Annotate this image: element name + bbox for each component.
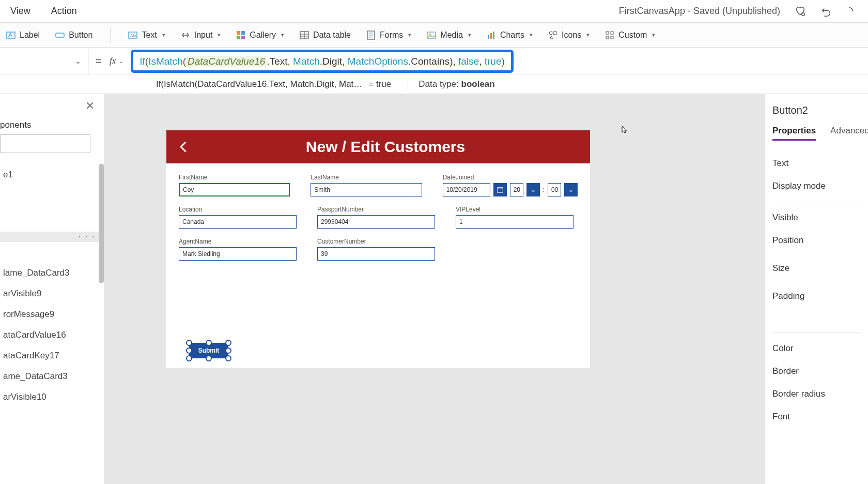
tree-item[interactable]: ataCardKey17 xyxy=(0,345,104,366)
prop-font[interactable]: Font xyxy=(772,405,861,428)
scrollbar-thumb[interactable] xyxy=(99,164,104,283)
tree-item[interactable]: lame_DataCard3 xyxy=(0,263,104,283)
prop-border[interactable]: Border xyxy=(772,360,861,383)
prop-color[interactable]: Color xyxy=(772,337,861,360)
undo-icon[interactable] xyxy=(820,6,832,17)
svg-rect-17 xyxy=(553,32,556,35)
svg-point-16 xyxy=(549,32,552,35)
prop-text[interactable]: Text xyxy=(772,152,861,175)
location-input[interactable] xyxy=(179,215,297,229)
prop-padding[interactable]: Padding xyxy=(772,285,861,308)
selection-handle[interactable] xyxy=(225,355,231,361)
menu-bar: View Action FirstCanvasApp - Saved (Unpu… xyxy=(0,0,868,23)
chevron-down-icon: ▾ xyxy=(218,32,221,38)
svg-rect-22 xyxy=(497,188,503,193)
chevron-down-icon[interactable]: ⌄ xyxy=(564,183,578,196)
ribbon-custom[interactable]: Custom▾ xyxy=(605,31,655,40)
tree-item[interactable]: ataCardValue16 xyxy=(0,325,104,345)
ribbon-text[interactable]: Abc Text▾ xyxy=(128,31,165,40)
prop-display-mode[interactable]: Display mode xyxy=(772,175,861,198)
hour-select[interactable]: 20 xyxy=(510,183,523,196)
minute-select[interactable]: 00 xyxy=(548,183,561,196)
calendar-icon[interactable] xyxy=(493,183,507,196)
tree-item[interactable]: e1 xyxy=(0,164,104,185)
svg-rect-7 xyxy=(237,36,240,39)
ribbon-forms[interactable]: Forms▾ xyxy=(366,31,411,40)
formula-input[interactable]: If(IsMatch(DataCardValue16.Text, Match.D… xyxy=(131,50,514,73)
tree-item[interactable]: arVisible9 xyxy=(0,283,104,304)
passport-input[interactable] xyxy=(317,215,435,229)
formula-result: = true xyxy=(362,79,397,89)
svg-text:Abc: Abc xyxy=(130,33,137,38)
menu-view[interactable]: View xyxy=(10,6,30,17)
equals-sign: = xyxy=(89,48,107,74)
tree-item[interactable]: rorMessage9 xyxy=(0,304,104,325)
back-icon[interactable] xyxy=(177,140,191,154)
screen-header: New / Edit Customers xyxy=(166,130,590,163)
chevron-down-icon: ▾ xyxy=(530,32,533,38)
svg-rect-13 xyxy=(488,35,489,39)
icons-icon xyxy=(548,31,557,40)
time-separator: : xyxy=(543,183,545,196)
ribbon-datatable[interactable]: Data table xyxy=(300,31,351,40)
svg-rect-21 xyxy=(611,36,613,39)
svg-point-0 xyxy=(802,12,805,16)
redo-icon[interactable] xyxy=(846,6,858,17)
lastname-input[interactable] xyxy=(311,183,422,196)
field-label-viplevel: VIPLevel xyxy=(456,206,574,213)
prop-size[interactable]: Size xyxy=(772,257,861,280)
svg-rect-5 xyxy=(237,31,240,35)
firstname-input[interactable] xyxy=(179,183,290,196)
selection-handle[interactable] xyxy=(206,340,212,346)
separator xyxy=(772,202,861,202)
property-selector[interactable]: ⌄ xyxy=(0,48,89,74)
chevron-down-icon: ▾ xyxy=(586,32,590,38)
selection-handle[interactable] xyxy=(225,347,231,354)
ribbon-input[interactable]: Input▾ xyxy=(181,31,221,40)
tab-advanced[interactable]: Advanced xyxy=(830,126,868,141)
selection-handle[interactable] xyxy=(186,355,192,361)
custnum-input[interactable] xyxy=(317,247,435,261)
tab-properties[interactable]: Properties xyxy=(772,126,816,141)
tree-search-input[interactable] xyxy=(0,134,90,153)
ribbon-gallery[interactable]: Gallery▾ xyxy=(236,31,284,40)
health-icon[interactable] xyxy=(795,6,806,17)
tree-view-panel: ✕ ponents e1 · · · lame_DataCard3 arVisi… xyxy=(0,94,104,484)
button-icon xyxy=(55,31,65,40)
canvas[interactable]: New / Edit Customers FirstName LastName … xyxy=(104,94,765,484)
selection-handle[interactable] xyxy=(186,340,192,346)
chevron-down-icon[interactable]: ⌄ xyxy=(526,183,540,196)
menu-action[interactable]: Action xyxy=(51,6,77,17)
svg-rect-6 xyxy=(241,31,245,35)
ribbon-button[interactable]: Button xyxy=(55,31,92,40)
ribbon-icons[interactable]: Icons▾ xyxy=(548,31,590,40)
separator xyxy=(772,332,861,333)
text-icon: Abc xyxy=(128,31,137,40)
tree-item-selected[interactable]: · · · xyxy=(0,232,104,242)
prop-visible[interactable]: Visible xyxy=(772,206,861,229)
datejoined-input[interactable]: 10/20/2019 xyxy=(443,183,490,196)
formula-bar: ⌄ = fx ⌄ If(IsMatch(DataCardValue16.Text… xyxy=(0,48,868,74)
svg-rect-18 xyxy=(606,32,609,34)
prop-position[interactable]: Position xyxy=(772,229,861,252)
selection-handle[interactable] xyxy=(206,355,212,361)
close-icon[interactable]: ✕ xyxy=(85,99,95,113)
tree-item[interactable]: arVisible10 xyxy=(0,387,104,407)
selection-handle[interactable] xyxy=(186,347,192,354)
svg-point-12 xyxy=(429,33,431,35)
fx-button[interactable]: fx ⌄ xyxy=(107,48,131,74)
viplevel-input[interactable] xyxy=(456,215,574,229)
ribbon-media[interactable]: Media▾ xyxy=(427,31,471,40)
separator xyxy=(408,77,408,92)
formula-datatype: Data type: boolean xyxy=(419,79,494,89)
selection-handle[interactable] xyxy=(225,340,231,346)
charts-icon xyxy=(487,31,496,40)
insert-ribbon: Label Button Abc Text▾ Input▾ Gallery▾ D… xyxy=(0,23,868,48)
chevron-down-icon: ⌄ xyxy=(119,58,123,65)
agentname-input[interactable] xyxy=(179,247,297,261)
more-icon[interactable]: · · · xyxy=(78,232,96,242)
prop-border-radius[interactable]: Border radius xyxy=(772,383,861,405)
tree-item[interactable]: ame_DataCard3 xyxy=(0,366,104,387)
ribbon-charts[interactable]: Charts▾ xyxy=(487,31,533,40)
ribbon-label[interactable]: Label xyxy=(6,31,40,40)
